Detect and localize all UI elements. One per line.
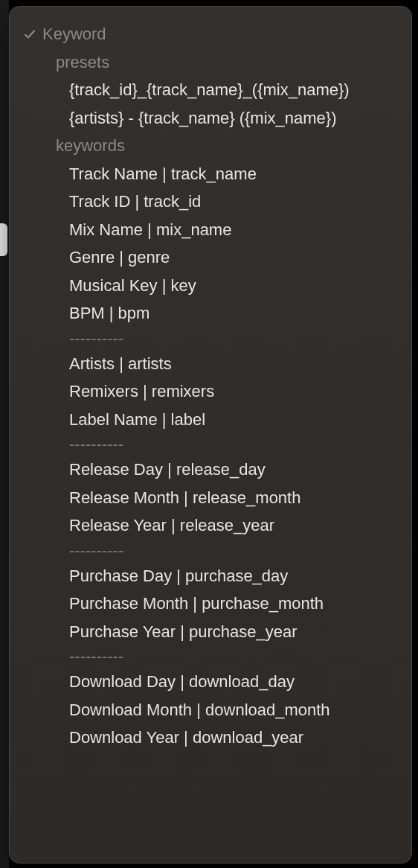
keyword-item-purchase-day[interactable]: Purchase Day | purchase_day bbox=[10, 562, 411, 590]
keyword-item-label-name[interactable]: Label Name | label bbox=[10, 406, 411, 434]
keyword-item-track-name[interactable]: Track Name | track_name bbox=[10, 160, 411, 188]
keyword-label: Purchase Day | purchase_day bbox=[42, 566, 288, 587]
keyword-item-mix-name[interactable]: Mix Name | mix_name bbox=[10, 216, 411, 244]
keyword-item-remixers[interactable]: Remixers | remixers bbox=[10, 377, 411, 406]
obscured-selection-pill bbox=[0, 223, 7, 256]
keyword-label: Mix Name | mix_name bbox=[42, 220, 231, 240]
keyword-item-artists[interactable]: Artists | artists bbox=[10, 350, 411, 378]
checkmark-icon bbox=[23, 28, 42, 41]
keyword-label: Genre | genre bbox=[42, 247, 170, 268]
keyword-label: Release Year | release_year bbox=[42, 515, 274, 536]
keyword-item-download-month[interactable]: Download Month | download_month bbox=[10, 696, 411, 724]
keyword-label: Download Day | download_day bbox=[42, 671, 295, 692]
keyword-label: Download Year | download_year bbox=[42, 727, 303, 748]
keyword-item-release-year[interactable]: Release Year | release_year bbox=[10, 511, 411, 540]
keyword-label: Release Month | release_month bbox=[42, 488, 300, 508]
keyword-label: Purchase Year | purchase_year bbox=[42, 622, 298, 642]
keyword-item-purchase-year[interactable]: Purchase Year | purchase_year bbox=[10, 618, 411, 646]
menu-title-label: Keyword bbox=[42, 24, 106, 45]
divider: ---------- bbox=[10, 540, 411, 562]
divider: ---------- bbox=[10, 433, 411, 456]
menu-item-keyword[interactable]: Keyword bbox=[10, 20, 411, 48]
preset-label: {track_id}_{track_name}_({mix_name}) bbox=[42, 80, 350, 100]
preset-item[interactable]: {track_id}_{track_name}_({mix_name}) bbox=[10, 76, 411, 104]
preset-item[interactable]: {artists} - {track_name} ({mix_name}) bbox=[10, 104, 411, 133]
keyword-label: Release Day | release_day bbox=[42, 459, 266, 480]
divider: ---------- bbox=[10, 645, 411, 668]
keyword-label: Artists | artists bbox=[42, 354, 172, 374]
keyword-label: BPM | bpm bbox=[42, 303, 149, 324]
section-label: keywords bbox=[42, 135, 125, 156]
section-header-presets: presets bbox=[10, 48, 411, 77]
keyword-item-musical-key[interactable]: Musical Key | key bbox=[10, 272, 411, 300]
obscured-background bbox=[0, 0, 9, 868]
keyword-label: Download Month | download_month bbox=[42, 700, 330, 721]
keyword-item-bpm[interactable]: BPM | bpm bbox=[10, 299, 411, 328]
keyword-item-download-day[interactable]: Download Day | download_day bbox=[10, 668, 411, 696]
keyword-item-release-month[interactable]: Release Month | release_month bbox=[10, 484, 411, 512]
section-label: presets bbox=[42, 52, 109, 73]
keyword-item-download-year[interactable]: Download Year | download_year bbox=[10, 724, 411, 752]
keyword-item-track-id[interactable]: Track ID | track_id bbox=[10, 188, 411, 216]
section-header-keywords: keywords bbox=[10, 132, 411, 160]
keyword-label: Remixers | remixers bbox=[42, 381, 214, 402]
keyword-label: Label Name | label bbox=[42, 409, 205, 430]
keyword-dropdown-menu: Keyword presets {track_id}_{track_name}_… bbox=[9, 6, 412, 864]
keyword-label: Track Name | track_name bbox=[42, 164, 257, 185]
keyword-item-genre[interactable]: Genre | genre bbox=[10, 243, 411, 272]
keyword-label: Musical Key | key bbox=[42, 275, 196, 296]
preset-label: {artists} - {track_name} ({mix_name}) bbox=[42, 108, 337, 129]
keyword-item-release-day[interactable]: Release Day | release_day bbox=[10, 456, 411, 484]
keyword-label: Track ID | track_id bbox=[42, 191, 201, 212]
keyword-item-purchase-month[interactable]: Purchase Month | purchase_month bbox=[10, 590, 411, 618]
divider: ---------- bbox=[10, 328, 411, 350]
keyword-label: Purchase Month | purchase_month bbox=[42, 593, 324, 614]
